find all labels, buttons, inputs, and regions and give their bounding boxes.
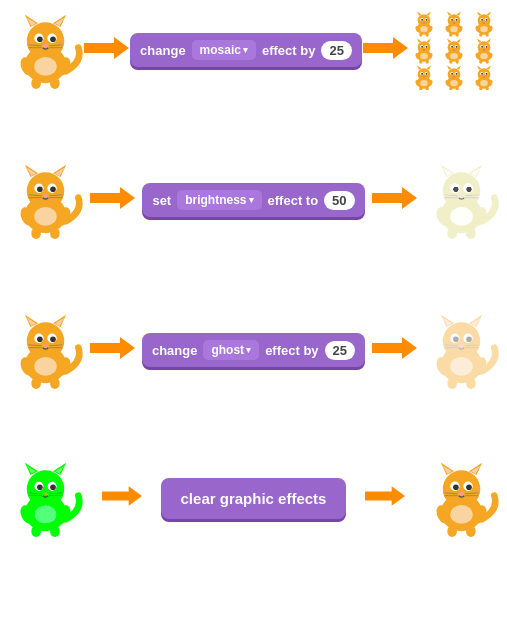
- svg-point-233: [27, 470, 65, 508]
- svg-point-112: [421, 73, 423, 75]
- cat-sprite-right-2: [424, 160, 499, 240]
- svg-point-129: [450, 80, 458, 86]
- svg-point-247: [34, 505, 57, 524]
- block-connector-1: effect by: [262, 43, 315, 58]
- svg-point-227: [450, 357, 473, 376]
- svg-point-45: [450, 26, 458, 32]
- svg-point-185: [450, 207, 473, 226]
- svg-point-178: [453, 186, 459, 192]
- svg-rect-187: [466, 228, 475, 239]
- scratch-block-clear[interactable]: clear graphic effects: [161, 478, 347, 519]
- arrow-right-4: [365, 482, 405, 514]
- block-prefix-3: change: [152, 343, 198, 358]
- svg-rect-186: [447, 228, 456, 239]
- svg-point-8: [37, 36, 43, 42]
- svg-marker-253: [365, 486, 405, 506]
- svg-marker-211: [372, 337, 417, 359]
- cat-sprite-left-1: [8, 10, 83, 90]
- svg-point-37: [448, 14, 461, 27]
- svg-point-57: [486, 19, 488, 21]
- row-4: clear graphic effects: [0, 458, 507, 538]
- svg-point-59: [480, 26, 488, 32]
- svg-point-142: [483, 75, 485, 76]
- svg-rect-131: [456, 87, 459, 90]
- block-value-1[interactable]: 25: [321, 41, 351, 60]
- svg-point-101: [480, 53, 488, 59]
- block-value-2[interactable]: 50: [324, 191, 354, 210]
- svg-point-191: [27, 322, 65, 360]
- svg-point-128: [453, 75, 455, 76]
- svg-marker-169: [372, 187, 417, 209]
- svg-point-28: [421, 19, 423, 21]
- svg-point-180: [459, 194, 465, 198]
- svg-point-127: [456, 73, 458, 75]
- svg-point-199: [50, 336, 56, 342]
- svg-rect-165: [50, 228, 59, 239]
- svg-point-85: [456, 46, 458, 48]
- svg-point-241: [50, 484, 56, 490]
- svg-rect-207: [50, 378, 59, 389]
- svg-rect-17: [50, 78, 59, 89]
- svg-point-171: [443, 172, 481, 210]
- block-effect-dropdown-1[interactable]: mosaic ▾: [192, 40, 256, 60]
- clear-label: clear graphic effects: [181, 490, 327, 507]
- svg-point-70: [421, 46, 423, 48]
- svg-rect-270: [447, 526, 456, 537]
- svg-point-65: [418, 41, 431, 54]
- svg-rect-16: [31, 78, 40, 89]
- block-connector-3: effect by: [265, 343, 318, 358]
- svg-point-135: [478, 68, 491, 81]
- block-effect-dropdown-3[interactable]: ghost ▾: [203, 340, 259, 360]
- svg-point-87: [450, 53, 458, 59]
- svg-point-58: [483, 21, 485, 22]
- svg-rect-164: [31, 228, 40, 239]
- arrow-left-3: [90, 333, 135, 367]
- svg-point-156: [37, 186, 43, 192]
- svg-point-179: [466, 186, 472, 192]
- svg-point-163: [34, 207, 57, 226]
- scratch-block-2[interactable]: set brightness ▾ effect to 50: [142, 183, 364, 217]
- svg-point-10: [43, 44, 49, 48]
- svg-point-31: [420, 26, 428, 32]
- svg-point-51: [478, 14, 491, 27]
- svg-point-157: [50, 186, 56, 192]
- block-value-3[interactable]: 25: [325, 341, 355, 360]
- svg-marker-21: [363, 37, 408, 59]
- cat-sprite-left-4: [8, 458, 83, 538]
- svg-point-42: [451, 19, 453, 21]
- svg-point-240: [37, 484, 43, 490]
- svg-point-73: [420, 53, 428, 59]
- scratch-block-1[interactable]: change mosaic ▾ effect by 25: [130, 33, 362, 67]
- arrow-right-1: [363, 33, 408, 67]
- cat-sprite-right-1: [409, 10, 499, 90]
- svg-point-242: [43, 492, 49, 496]
- arrow-right-3: [372, 333, 417, 367]
- scratch-block-3[interactable]: change ghost ▾ effect by 25: [142, 333, 365, 367]
- svg-point-221: [466, 336, 472, 342]
- svg-point-15: [34, 57, 57, 76]
- svg-point-141: [486, 73, 488, 75]
- svg-point-149: [27, 172, 65, 210]
- svg-point-121: [448, 68, 461, 81]
- svg-rect-228: [447, 378, 456, 389]
- svg-point-1: [27, 22, 65, 60]
- svg-rect-144: [479, 87, 482, 90]
- svg-point-262: [453, 484, 459, 490]
- svg-rect-248: [31, 526, 40, 537]
- svg-rect-145: [486, 87, 489, 90]
- svg-marker-210: [90, 337, 135, 359]
- svg-point-56: [481, 19, 483, 21]
- svg-marker-20: [84, 37, 129, 59]
- svg-point-158: [43, 194, 49, 198]
- row-3: change ghost ▾ effect by 25: [0, 310, 507, 390]
- block-effect-dropdown-2[interactable]: brightness ▾: [177, 190, 261, 210]
- svg-marker-252: [102, 486, 142, 506]
- cat-sprite-right-3: [424, 310, 499, 390]
- row-2: set brightness ▾ effect to 50: [0, 160, 507, 240]
- svg-point-9: [50, 36, 56, 42]
- svg-point-143: [480, 80, 488, 86]
- svg-point-84: [451, 46, 453, 48]
- arrow-left-1: [84, 33, 129, 67]
- svg-rect-249: [50, 526, 59, 537]
- svg-point-205: [34, 357, 57, 376]
